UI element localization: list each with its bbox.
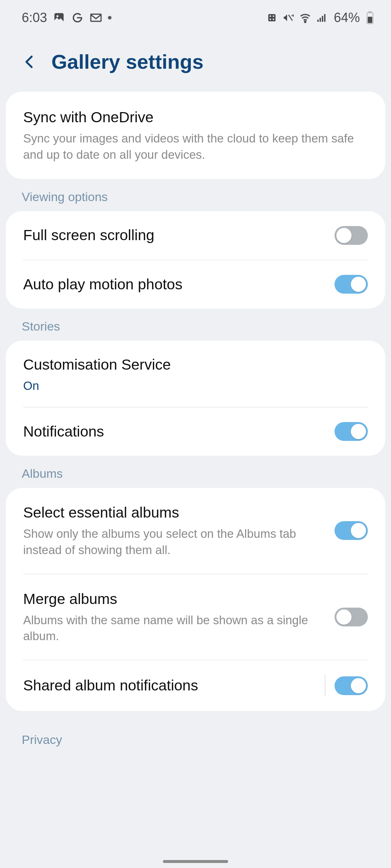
merge-albums-row[interactable]: Merge albums Albums with the same name w… bbox=[6, 574, 385, 660]
vibrate-mute-icon bbox=[282, 11, 295, 24]
svg-rect-13 bbox=[324, 14, 325, 22]
section-stories: Stories bbox=[0, 309, 391, 341]
sync-card: Sync with OneDrive Sync your images and … bbox=[6, 92, 385, 179]
notifications-toggle[interactable] bbox=[335, 422, 368, 441]
status-right: 64% bbox=[265, 10, 377, 25]
shared-album-notifications-row[interactable]: Shared album notifications bbox=[6, 660, 385, 711]
svg-rect-12 bbox=[322, 16, 323, 22]
svg-rect-4 bbox=[270, 16, 271, 17]
sync-title: Sync with OneDrive bbox=[23, 108, 357, 127]
vertical-divider bbox=[325, 675, 325, 697]
svg-rect-3 bbox=[268, 14, 276, 21]
row-label: Customisation Service bbox=[23, 355, 357, 374]
app-indicator-icon bbox=[265, 11, 278, 24]
svg-rect-5 bbox=[273, 16, 274, 17]
viewing-card: Full screen scrolling Auto play motion p… bbox=[6, 211, 385, 309]
full-screen-scrolling-toggle[interactable] bbox=[335, 226, 368, 245]
home-indicator[interactable] bbox=[163, 860, 228, 863]
back-button[interactable] bbox=[22, 54, 38, 70]
albums-card: Select essential albums Show only the al… bbox=[6, 488, 385, 711]
google-icon bbox=[71, 11, 84, 24]
select-essential-albums-toggle[interactable] bbox=[335, 521, 368, 540]
signal-icon bbox=[315, 11, 328, 24]
row-status: On bbox=[23, 378, 357, 394]
svg-line-8 bbox=[289, 15, 293, 21]
more-notifications-dot bbox=[108, 16, 112, 20]
section-privacy: Privacy bbox=[0, 711, 391, 754]
full-screen-scrolling-row[interactable]: Full screen scrolling bbox=[6, 211, 385, 259]
svg-rect-7 bbox=[273, 19, 274, 20]
battery-percent: 64% bbox=[334, 10, 360, 25]
auto-play-motion-row[interactable]: Auto play motion photos bbox=[6, 260, 385, 309]
status-left: 6:03 bbox=[22, 10, 112, 25]
sync-desc: Sync your images and videos with the clo… bbox=[23, 131, 357, 163]
section-viewing-options: Viewing options bbox=[0, 179, 391, 211]
row-desc: Show only the albums you select on the A… bbox=[23, 526, 324, 558]
svg-point-1 bbox=[56, 15, 59, 17]
row-label: Merge albums bbox=[23, 590, 324, 609]
picture-icon bbox=[52, 11, 66, 24]
select-essential-albums-row[interactable]: Select essential albums Show only the al… bbox=[6, 488, 385, 573]
sync-onedrive-row[interactable]: Sync with OneDrive Sync your images and … bbox=[6, 92, 385, 179]
gmail-icon bbox=[89, 11, 102, 24]
customisation-service-row[interactable]: Customisation Service On bbox=[6, 341, 385, 407]
row-label: Shared album notifications bbox=[23, 676, 314, 695]
row-label: Full screen scrolling bbox=[23, 226, 324, 245]
battery-icon bbox=[363, 11, 377, 24]
chevron-left-icon bbox=[22, 54, 38, 70]
svg-rect-11 bbox=[320, 18, 321, 22]
svg-rect-6 bbox=[270, 19, 271, 20]
auto-play-motion-toggle[interactable] bbox=[335, 275, 368, 294]
row-label: Auto play motion photos bbox=[23, 275, 324, 294]
row-desc: Albums with the same name will be shown … bbox=[23, 612, 324, 644]
svg-rect-16 bbox=[368, 17, 372, 23]
status-time: 6:03 bbox=[22, 10, 47, 25]
svg-rect-10 bbox=[317, 20, 319, 22]
stories-card: Customisation Service On Notifications bbox=[6, 341, 385, 456]
header: Gallery settings bbox=[0, 35, 391, 92]
status-bar: 6:03 64% bbox=[0, 0, 391, 35]
notifications-row[interactable]: Notifications bbox=[6, 408, 385, 456]
section-albums: Albums bbox=[0, 456, 391, 488]
merge-albums-toggle[interactable] bbox=[335, 608, 368, 626]
wifi-icon bbox=[299, 11, 312, 24]
svg-point-9 bbox=[304, 21, 306, 22]
page-title: Gallery settings bbox=[51, 50, 203, 73]
shared-album-notifications-toggle[interactable] bbox=[335, 676, 368, 695]
row-label: Select essential albums bbox=[23, 503, 324, 522]
row-label: Notifications bbox=[23, 422, 324, 441]
